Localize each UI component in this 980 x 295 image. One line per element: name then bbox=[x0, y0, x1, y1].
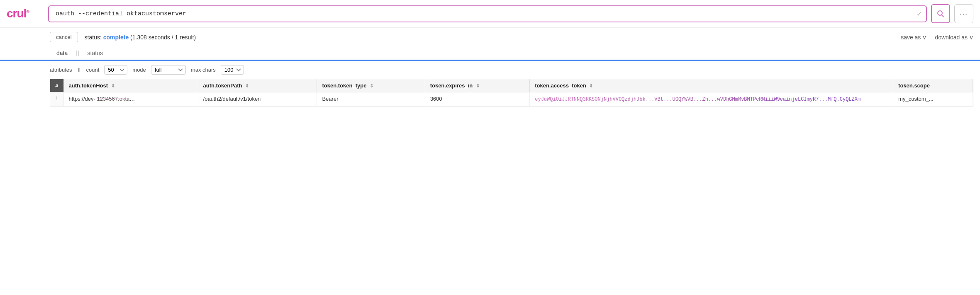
cell-token-type-1: Bearer bbox=[317, 92, 425, 106]
col-header-token-access[interactable]: token.access_token ⇕ bbox=[530, 79, 893, 92]
download-as-chevron-icon: ∨ bbox=[969, 34, 973, 41]
status-bar: cancel status: complete (1.308 seconds /… bbox=[0, 28, 980, 46]
cell-tokenhost-redacted: 1234567.okta.com bbox=[97, 96, 135, 102]
status-left: cancel status: complete (1.308 seconds /… bbox=[50, 32, 196, 42]
col-header-token-scope[interactable]: token.scope bbox=[893, 79, 973, 92]
status-right: save as ∨ download as ∨ bbox=[901, 34, 973, 41]
logo: crul® bbox=[7, 8, 44, 19]
tab-data[interactable]: data bbox=[50, 46, 74, 61]
sort-icon-auth-tokenpath: ⇕ bbox=[245, 83, 249, 88]
controls-bar: attributes ⬆ count 10 25 50 100 mode com… bbox=[0, 61, 980, 79]
logo-reg: ® bbox=[26, 10, 29, 14]
table-header-row: # auth.tokenHost ⇕ auth.tokenPath ⇕ toke… bbox=[50, 79, 973, 92]
table-row: 1 https://dev- 1234567.okta.com /oauth2/… bbox=[50, 92, 973, 106]
col-header-auth-tokenhost[interactable]: auth.tokenHost ⇕ bbox=[63, 79, 198, 92]
cell-rownum-1: 1 bbox=[50, 92, 63, 106]
more-button[interactable]: ⋯ bbox=[954, 4, 973, 23]
sort-icon-token-type: ⇕ bbox=[370, 83, 373, 88]
cell-auth-tokenpath-1: /oauth2/default/v1/token bbox=[198, 92, 317, 106]
status-complete: complete bbox=[103, 34, 129, 41]
tab-status[interactable]: status bbox=[81, 46, 110, 60]
cell-tokenhost-url: https://dev- bbox=[69, 96, 95, 102]
cell-token-scope-1: my_custom_... bbox=[893, 92, 973, 106]
cell-auth-tokenhost-1: https://dev- 1234567.okta.com bbox=[63, 92, 198, 106]
tab-divider: || bbox=[74, 46, 80, 60]
attributes-label: attributes bbox=[50, 67, 72, 73]
search-input[interactable] bbox=[48, 5, 927, 22]
table-wrapper: # auth.tokenHost ⇕ auth.tokenPath ⇕ toke… bbox=[50, 79, 973, 106]
logo-text: crul® bbox=[7, 8, 29, 19]
status-text: status: complete (1.308 seconds / 1 resu… bbox=[85, 34, 196, 41]
cell-token-expires-1: 3600 bbox=[425, 92, 530, 106]
access-token-value: eyJuWQiOiJJRTNNQ3RKS0NjNjhVV0QzdjhJbk...… bbox=[535, 97, 861, 102]
max-chars-label: max chars bbox=[191, 67, 216, 73]
col-header-rownum: # bbox=[50, 79, 63, 92]
col-header-token-expires[interactable]: token.expires_in ⇕ bbox=[425, 79, 530, 92]
count-label: count bbox=[86, 67, 99, 73]
status-label: status: bbox=[85, 34, 102, 41]
col-header-auth-tokenpath[interactable]: auth.tokenPath ⇕ bbox=[198, 79, 317, 92]
tabs-section: data || status bbox=[0, 46, 980, 61]
download-as-dropdown[interactable]: download as ∨ bbox=[935, 34, 973, 41]
more-icon: ⋯ bbox=[959, 9, 968, 19]
results-table: # auth.tokenHost ⇕ auth.tokenPath ⇕ toke… bbox=[50, 79, 973, 106]
top-bar: crul® ✓ ⋯ bbox=[0, 0, 980, 28]
svg-line-1 bbox=[942, 15, 944, 17]
sort-icon-token-expires: ⇕ bbox=[476, 83, 480, 88]
cancel-button[interactable]: cancel bbox=[50, 32, 78, 42]
status-timing: (1.308 seconds / 1 result) bbox=[130, 34, 196, 41]
mode-select[interactable]: compact full raw bbox=[151, 65, 186, 75]
search-button[interactable] bbox=[931, 4, 950, 23]
search-icon bbox=[936, 10, 945, 18]
save-as-dropdown[interactable]: save as ∨ bbox=[901, 34, 926, 41]
attributes-icon: ⬆ bbox=[77, 67, 81, 73]
count-select[interactable]: 10 25 50 100 bbox=[104, 65, 127, 75]
download-as-label: download as bbox=[935, 34, 968, 41]
sort-icon-token-access: ⇕ bbox=[589, 83, 593, 88]
mode-label: mode bbox=[132, 67, 146, 73]
cell-token-access-1: eyJuWQiOiJJRTNNQ3RKS0NjNjhVV0QzdjhJbk...… bbox=[530, 92, 893, 106]
search-bar-wrapper: ✓ bbox=[48, 5, 927, 22]
tab-status-label: status bbox=[88, 50, 103, 56]
tab-data-label: data bbox=[56, 50, 68, 56]
max-chars-select[interactable]: 50 100 200 500 bbox=[221, 65, 244, 75]
col-header-token-type[interactable]: token.token_type ⇕ bbox=[317, 79, 425, 92]
save-as-label: save as bbox=[901, 34, 921, 41]
save-as-chevron-icon: ∨ bbox=[922, 34, 926, 41]
checkmark-icon: ✓ bbox=[917, 10, 922, 18]
sort-icon-auth-tokenhost: ⇕ bbox=[111, 83, 115, 88]
